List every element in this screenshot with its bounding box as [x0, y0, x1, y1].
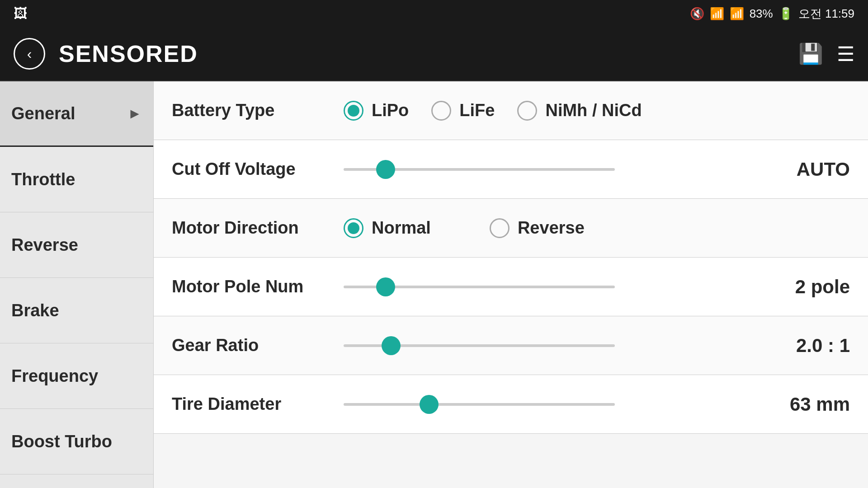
- sidebar: General ► Throttle Reverse Brake Frequen…: [0, 81, 154, 488]
- sidebar-label-brake: Brake: [11, 301, 59, 320]
- battery-lipo-radio[interactable]: [344, 101, 363, 121]
- sidebar-label-general: General: [11, 104, 75, 123]
- tire-diameter-thumb[interactable]: [420, 395, 439, 414]
- cutoff-voltage-value: AUTO: [760, 159, 850, 180]
- motor-reverse-label: Reverse: [518, 218, 585, 238]
- motor-pole-row: Motor Pole Num 2 pole: [154, 258, 868, 316]
- gear-ratio-label: Gear Ratio: [172, 336, 344, 355]
- menu-button[interactable]: ☰: [837, 42, 854, 66]
- status-bar: 🖼 🔇 📶 📶 83% 🔋 오전 11:59: [0, 0, 868, 27]
- battery-lipo-option[interactable]: LiPo: [344, 101, 409, 121]
- battery-life-radio[interactable]: [431, 101, 451, 121]
- sidebar-item-general[interactable]: General ►: [0, 81, 153, 147]
- gear-ratio-slider-container: 2.0 : 1: [344, 335, 850, 357]
- cutoff-voltage-track: [344, 168, 615, 171]
- motor-normal-label: Normal: [372, 218, 431, 238]
- back-button[interactable]: ‹: [14, 38, 45, 70]
- header-actions: 💾 ☰: [798, 42, 854, 66]
- motor-normal-radio[interactable]: [344, 218, 363, 238]
- tire-diameter-slider-container: 63 mm: [344, 394, 850, 415]
- gear-ratio-track: [344, 344, 615, 347]
- cutoff-voltage-label: Cut Off Voltage: [172, 160, 344, 179]
- sidebar-item-brake[interactable]: Brake: [0, 278, 153, 343]
- motor-normal-option[interactable]: Normal: [344, 218, 431, 238]
- motor-reverse-radio[interactable]: [490, 218, 509, 238]
- status-icons: 🔇 📶 📶 83% 🔋 오전 11:59: [690, 6, 854, 22]
- chevron-right-icon: ►: [127, 105, 142, 122]
- mute-icon: 🔇: [690, 7, 704, 21]
- battery-nimh-radio[interactable]: [517, 101, 537, 121]
- sidebar-label-throttle: Throttle: [11, 170, 75, 189]
- motor-pole-thumb[interactable]: [376, 277, 395, 296]
- gear-ratio-row: Gear Ratio 2.0 : 1: [154, 316, 868, 375]
- tire-diameter-value: 63 mm: [760, 394, 850, 415]
- page-title: SENSORED: [59, 40, 198, 67]
- gear-ratio-thumb[interactable]: [382, 336, 401, 355]
- image-icon: 🖼: [14, 6, 27, 21]
- sidebar-label-boostturbo: Boost Turbo: [11, 432, 112, 451]
- battery-life-option[interactable]: LiFe: [431, 101, 495, 121]
- gear-ratio-value: 2.0 : 1: [760, 335, 850, 357]
- sidebar-item-reverse[interactable]: Reverse: [0, 212, 153, 278]
- signal-icon: 📶: [730, 7, 744, 21]
- time-label: 오전 11:59: [798, 6, 854, 22]
- battery-nimh-option[interactable]: NiMh / NiCd: [517, 101, 642, 121]
- main-layout: General ► Throttle Reverse Brake Frequen…: [0, 81, 868, 488]
- motor-direction-options: Normal Reverse: [344, 218, 850, 238]
- header: ‹ SENSORED 💾 ☰: [0, 27, 868, 81]
- cutoff-voltage-row: Cut Off Voltage AUTO: [154, 140, 868, 199]
- motor-reverse-option[interactable]: Reverse: [490, 218, 585, 238]
- back-icon: ‹: [27, 46, 32, 62]
- motor-pole-label: Motor Pole Num: [172, 277, 344, 296]
- tire-diameter-track: [344, 403, 615, 406]
- cutoff-voltage-slider-container: AUTO: [344, 159, 850, 180]
- sidebar-item-boostturbo[interactable]: Boost Turbo: [0, 409, 153, 474]
- battery-percent: 83%: [750, 7, 773, 21]
- sidebar-item-throttle[interactable]: Throttle: [0, 147, 153, 212]
- battery-lipo-label: LiPo: [372, 101, 409, 120]
- settings-content: Battery Type LiPo LiFe NiMh / NiCd Cut O…: [154, 81, 868, 488]
- sidebar-label-reverse: Reverse: [11, 235, 78, 255]
- battery-type-options: LiPo LiFe NiMh / NiCd: [344, 101, 850, 121]
- save-button[interactable]: 💾: [798, 42, 823, 66]
- motor-pole-slider-container: 2 pole: [344, 276, 850, 298]
- cutoff-voltage-thumb[interactable]: [376, 160, 395, 179]
- battery-life-label: LiFe: [459, 101, 495, 120]
- sidebar-label-frequency: Frequency: [11, 366, 98, 386]
- battery-type-label: Battery Type: [172, 101, 344, 120]
- tire-diameter-row: Tire Diameter 63 mm: [154, 375, 868, 434]
- motor-pole-value: 2 pole: [760, 276, 850, 298]
- motor-direction-row: Motor Direction Normal Reverse: [154, 199, 868, 258]
- motor-direction-label: Motor Direction: [172, 218, 344, 238]
- battery-nimh-label: NiMh / NiCd: [545, 101, 642, 120]
- wifi-icon: 📶: [710, 7, 724, 21]
- battery-type-row: Battery Type LiPo LiFe NiMh / NiCd: [154, 81, 868, 140]
- tire-diameter-label: Tire Diameter: [172, 394, 344, 414]
- battery-icon: 🔋: [778, 7, 793, 21]
- sidebar-item-frequency[interactable]: Frequency: [0, 343, 153, 409]
- motor-pole-track: [344, 286, 615, 288]
